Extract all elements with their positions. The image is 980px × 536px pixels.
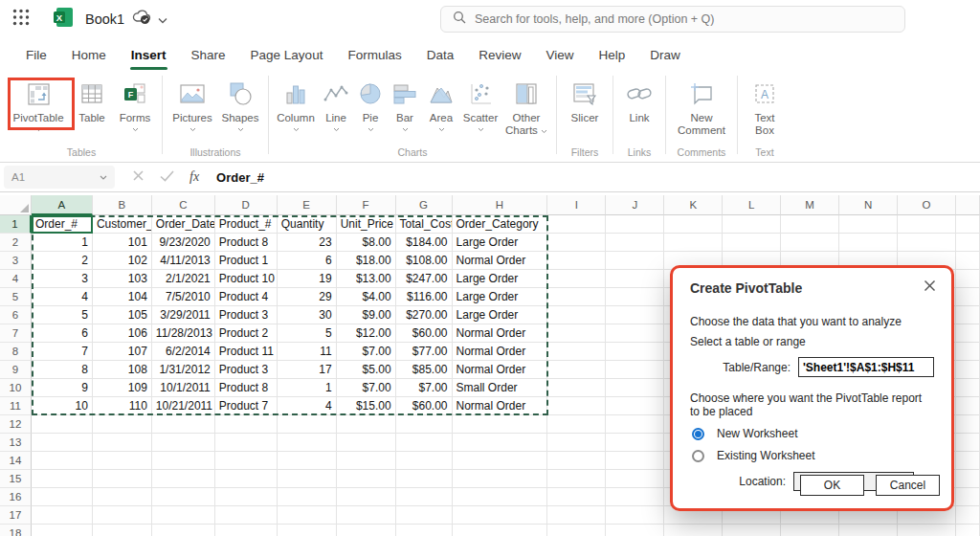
cell-H3[interactable]: Normal Order	[453, 252, 548, 270]
cancel-entry-icon[interactable]	[132, 168, 145, 186]
cell-I14[interactable]	[547, 452, 606, 470]
cell-G12[interactable]	[396, 415, 453, 434]
tab-share[interactable]: Share	[179, 38, 238, 72]
cell-I5[interactable]	[547, 288, 606, 306]
cell-H18[interactable]	[453, 525, 548, 536]
cell-H11[interactable]: Normal Order	[453, 397, 548, 415]
column-header-E[interactable]: E	[278, 195, 337, 215]
column-header-K[interactable]: K	[664, 195, 723, 215]
tab-review[interactable]: Review	[466, 38, 533, 72]
cell-B2[interactable]: 101	[93, 234, 152, 252]
cell-I2[interactable]	[547, 234, 606, 252]
cell-E8[interactable]: 11	[278, 343, 337, 361]
cell-D14[interactable]	[215, 452, 278, 470]
cell-J3[interactable]	[606, 252, 664, 270]
cell-G1[interactable]: Total_Cost	[396, 215, 453, 234]
cell-N18[interactable]	[839, 525, 898, 536]
cell-K2[interactable]	[664, 234, 723, 252]
cell-M2[interactable]	[781, 234, 839, 252]
cell-E15[interactable]	[278, 470, 337, 488]
cell-G3[interactable]: $108.00	[396, 252, 453, 270]
bar-chart-button[interactable]: Bar	[387, 77, 423, 132]
cell-H6[interactable]: Large Order	[453, 306, 548, 324]
cell-P17[interactable]	[956, 506, 980, 525]
cell-D8[interactable]: Product 11	[215, 343, 278, 361]
row-header-6[interactable]: 6	[0, 306, 32, 324]
column-header-H[interactable]: H	[453, 195, 548, 215]
column-header-N[interactable]: N	[839, 195, 898, 215]
cell-A10[interactable]: 9	[32, 379, 93, 397]
cell-J12[interactable]	[606, 415, 664, 434]
tab-home[interactable]: Home	[59, 38, 119, 72]
cell-A12[interactable]	[32, 415, 93, 434]
cell-G5[interactable]: $116.00	[396, 288, 453, 306]
cell-F10[interactable]: $7.00	[337, 379, 396, 397]
cell-J11[interactable]	[606, 397, 664, 415]
cancel-button[interactable]: Cancel	[876, 475, 940, 496]
cell-A15[interactable]	[32, 470, 93, 488]
cell-P9[interactable]	[956, 361, 980, 379]
cell-J14[interactable]	[606, 452, 664, 470]
cell-G8[interactable]: $77.00	[396, 343, 453, 361]
cell-P12[interactable]	[956, 415, 980, 434]
cell-F1[interactable]: Unit_Price	[337, 215, 396, 234]
cell-C7[interactable]: 11/28/2013	[152, 324, 215, 343]
cell-J16[interactable]	[606, 488, 664, 506]
cell-A2[interactable]: 1	[32, 234, 93, 252]
cell-J8[interactable]	[606, 343, 664, 361]
cell-D6[interactable]: Product 3	[215, 306, 278, 324]
column-header-L[interactable]: L	[723, 195, 781, 215]
table-button[interactable]: Table	[71, 77, 113, 124]
cell-B17[interactable]	[93, 506, 152, 525]
cell-L1[interactable]	[723, 215, 781, 234]
cell-E12[interactable]	[278, 415, 337, 434]
cell-D9[interactable]: Product 3	[215, 361, 278, 379]
tab-file[interactable]: File	[13, 38, 59, 72]
cell-H2[interactable]: Large Order	[453, 234, 548, 252]
cell-D2[interactable]: Product 8	[215, 234, 278, 252]
ok-button[interactable]: OK	[800, 475, 864, 496]
column-header-D[interactable]: D	[215, 195, 278, 215]
area-chart-button[interactable]: Area	[423, 77, 459, 132]
cell-B15[interactable]	[93, 470, 152, 488]
cell-P7[interactable]	[956, 324, 980, 343]
cell-B4[interactable]: 103	[93, 270, 152, 288]
cell-A17[interactable]	[32, 506, 93, 525]
cell-C3[interactable]: 4/11/2013	[152, 252, 215, 270]
cell-I16[interactable]	[547, 488, 606, 506]
cell-F18[interactable]	[337, 525, 396, 536]
select-all-corner[interactable]	[0, 195, 32, 215]
cell-C4[interactable]: 2/1/2021	[152, 270, 215, 288]
cell-G16[interactable]	[396, 488, 453, 506]
cell-I1[interactable]	[547, 215, 606, 234]
column-header-C[interactable]: C	[152, 195, 215, 215]
cell-H15[interactable]	[453, 470, 548, 488]
cell-B5[interactable]: 104	[93, 288, 152, 306]
cell-E6[interactable]: 30	[278, 306, 337, 324]
title-chevron-down-icon[interactable]	[158, 11, 167, 28]
cell-M1[interactable]	[781, 215, 839, 234]
cell-G11[interactable]: $60.00	[396, 397, 453, 415]
tab-view[interactable]: View	[533, 38, 586, 72]
row-header-10[interactable]: 10	[0, 379, 32, 397]
cell-O2[interactable]	[898, 234, 956, 252]
column-header-G[interactable]: G	[396, 195, 453, 215]
cell-A8[interactable]: 7	[32, 343, 93, 361]
cell-C10[interactable]: 10/1/2011	[152, 379, 215, 397]
cell-F15[interactable]	[337, 470, 396, 488]
cell-E5[interactable]: 29	[278, 288, 337, 306]
cell-F6[interactable]: $9.00	[337, 306, 396, 324]
cell-E13[interactable]	[278, 434, 337, 452]
cell-I13[interactable]	[547, 434, 606, 452]
cell-D3[interactable]: Product 1	[215, 252, 278, 270]
cell-I3[interactable]	[547, 252, 606, 270]
cell-F8[interactable]: $7.00	[337, 343, 396, 361]
cell-D10[interactable]: Product 8	[215, 379, 278, 397]
cell-F11[interactable]: $15.00	[337, 397, 396, 415]
pictures-button[interactable]: Pictures	[167, 77, 217, 132]
cell-J7[interactable]	[606, 324, 664, 343]
cell-J6[interactable]	[606, 306, 664, 324]
cell-A5[interactable]: 4	[32, 288, 93, 306]
confirm-entry-icon[interactable]	[160, 168, 174, 186]
cell-F7[interactable]: $12.00	[337, 324, 396, 343]
